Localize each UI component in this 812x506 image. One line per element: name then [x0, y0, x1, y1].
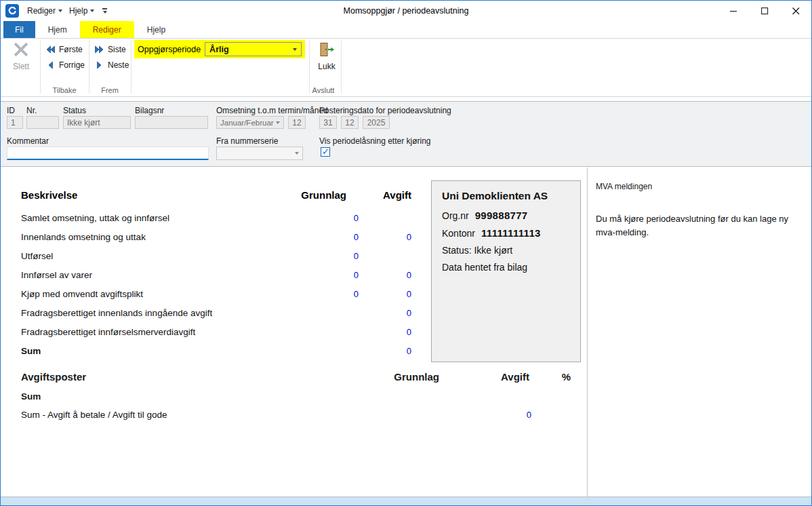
oppgjorsperiode-select[interactable]: Årlig: [205, 42, 302, 56]
tab-hjem[interactable]: Hjem: [35, 21, 80, 38]
row-grunnlag: 0: [264, 289, 359, 299]
table-row: Utførsel 0: [21, 246, 411, 265]
nr-label: Nr.: [26, 106, 37, 115]
row-avgift: 0: [359, 308, 411, 318]
avgiftsposter-header: Avgiftsposter Grunnlag Avgift %: [21, 371, 571, 383]
forrige-button[interactable]: Forrige: [45, 58, 85, 72]
tab-fil[interactable]: Fil: [3, 21, 35, 38]
chevron-down-icon: [90, 9, 94, 12]
maximize-icon: [761, 7, 769, 15]
avgiftsposter-total-row: Sum - Avgift å betale / Avgift til gode …: [21, 410, 531, 420]
kommentar-label: Kommentar: [7, 136, 49, 146]
avgiftsposter-col-grunnlag: Grunnlag: [371, 371, 439, 383]
row-avgift: 0: [359, 270, 411, 280]
klient-status: Status: Ikke kjørt: [442, 245, 570, 256]
ribbon-group-label-tilbake: Tilbake: [40, 86, 89, 94]
chevron-down-icon: [295, 152, 299, 155]
siste-button[interactable]: Siste: [94, 43, 126, 56]
chevron-down-icon: [293, 48, 297, 51]
ribbon-group-label-frem: Frem: [89, 86, 131, 94]
omsetning-select: Januar/Februar: [216, 116, 284, 129]
date-day-value: 31: [323, 118, 332, 128]
periodelasning-label: Vis periodelåsning etter kjøring: [319, 136, 431, 146]
ribbon: Slett Første Forrige Siste: [1, 39, 811, 97]
lukk-button[interactable]: Lukk: [312, 41, 342, 82]
maximize-button[interactable]: [749, 1, 780, 21]
termin-value: 12: [292, 118, 301, 128]
row-label: Fradragsberettiget innenlands inngående …: [21, 308, 264, 318]
qat-customize-button[interactable]: [98, 5, 112, 16]
row-label: Innførsel av varer: [21, 270, 264, 280]
row-label: Sum: [21, 346, 264, 356]
mva-panel-message: Du må kjøre periodeavslutning før du kan…: [596, 212, 792, 239]
bilagsnr-field: [135, 116, 208, 129]
title-bar: Rediger Hjelp Momsoppgjør / periodeavslu…: [1, 1, 811, 21]
status-label: Status: [63, 106, 86, 115]
posteringsdato-label: Posteringsdato for periodeavslutning: [319, 106, 451, 115]
close-button[interactable]: [780, 1, 811, 21]
minimize-button[interactable]: [718, 1, 749, 21]
date-month-value: 12: [345, 118, 354, 128]
row-avgift: 0: [359, 289, 411, 299]
close-icon: [792, 7, 800, 15]
kommentar-input[interactable]: [7, 147, 209, 160]
delete-icon: [13, 41, 29, 58]
siste-label: Siste: [108, 45, 126, 54]
app-logo-icon: [5, 4, 19, 18]
status-field: Ikke kjørt: [63, 116, 131, 129]
slett-button[interactable]: Slett: [6, 41, 36, 82]
tab-rediger[interactable]: Rediger: [80, 21, 134, 38]
forste-button[interactable]: Første: [45, 43, 83, 56]
nummerserie-label: Fra nummerserie: [216, 136, 278, 146]
titlebar-menu-hjelp[interactable]: Hjelp: [66, 4, 98, 18]
oppgjor-table: Samlet omsetning, uttak og innførsel 0 I…: [21, 208, 411, 360]
row-label: Samlet omsetning, uttak og innførsel: [21, 213, 264, 223]
bilagsnr-label: Bilagsnr: [135, 106, 164, 115]
total-label: Sum - Avgift å betale / Avgift til gode: [21, 410, 457, 420]
date-month-field: 12: [341, 116, 359, 129]
row-avgift: 0: [359, 232, 411, 242]
id-field: 1: [7, 116, 23, 129]
tab-hjelp[interactable]: Hjelp: [134, 21, 178, 38]
date-day-field: 31: [319, 116, 337, 129]
ribbon-tab-row: Fil Hjem Rediger Hjelp: [1, 21, 811, 39]
exit-door-icon: [319, 41, 335, 58]
omsetning-value: Januar/Februar: [220, 119, 274, 127]
main-content: Beskrivelse Grunnlag Avgift Samlet omset…: [1, 168, 811, 497]
row-grunnlag: 0: [264, 213, 359, 223]
neste-button[interactable]: Neste: [94, 58, 129, 72]
quick-access-toolbar: Rediger Hjelp: [24, 4, 112, 18]
row-grunnlag: 0: [264, 232, 359, 242]
row-grunnlag: 0: [264, 251, 359, 261]
forste-label: Første: [59, 45, 83, 54]
col-avgift: Avgift: [359, 189, 411, 201]
avgiftsposter-sum-label: Sum: [21, 391, 41, 402]
window-controls: [718, 1, 811, 21]
neste-label: Neste: [108, 60, 129, 70]
termin-field: 12: [288, 116, 306, 129]
app-window: Rediger Hjelp Momsoppgjør / periodeavslu…: [0, 0, 812, 506]
last-icon: [94, 45, 104, 54]
next-icon: [94, 61, 104, 69]
oppgjorsperiode-value: Årlig: [209, 45, 228, 54]
periodelasning-checkbox[interactable]: [321, 147, 330, 157]
minimize-icon: [730, 7, 737, 15]
id-value: 1: [11, 118, 16, 128]
nummerserie-select[interactable]: [216, 147, 303, 160]
total-avgift: 0: [457, 410, 531, 420]
table-row: Kjøp med omvendt avgiftsplikt 0 0: [21, 284, 411, 303]
mva-panel: MVA meldingen Du må kjøre periodeavslutn…: [588, 168, 811, 497]
table-row: Samlet omsetning, uttak og innførsel 0: [21, 208, 411, 227]
klient-info-box: Uni Demoklienten AS Org.nr999888777 Kont…: [431, 180, 581, 362]
avgiftsposter-col-prosent: %: [529, 371, 571, 383]
oppgjorsperiode-label: Oppgjørsperiode: [138, 45, 201, 54]
omsetning-label: Omsetning t.o.m termin/måned: [216, 106, 328, 115]
titlebar-menu-rediger-label: Rediger: [27, 6, 56, 16]
lukk-label: Lukk: [318, 62, 335, 71]
row-grunnlag: 0: [264, 270, 359, 280]
klient-navn: Uni Demoklienten AS: [442, 190, 570, 202]
table-row: Fradragsberettiget innførselsmerverdiavg…: [21, 322, 411, 341]
titlebar-menu-rediger[interactable]: Rediger: [24, 4, 66, 18]
kontonr-label: Kontonr: [442, 228, 475, 239]
previous-icon: [45, 61, 56, 69]
